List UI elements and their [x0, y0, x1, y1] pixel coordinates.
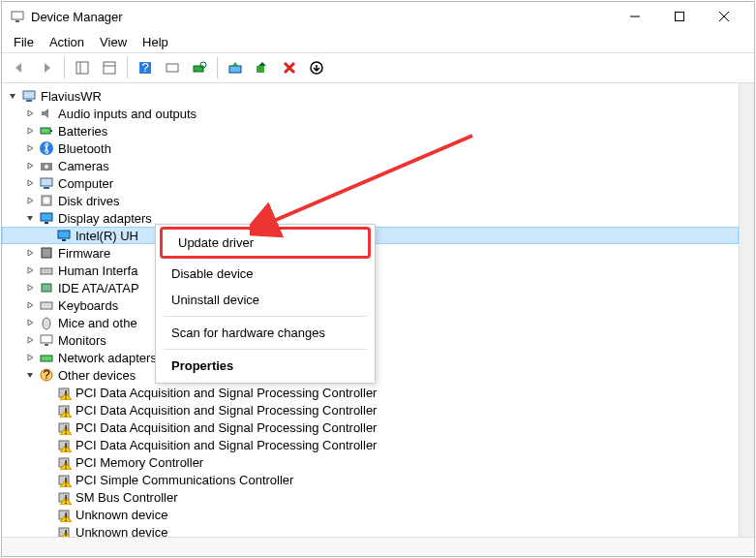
menu-action[interactable]: Action	[44, 33, 90, 51]
svg-rect-29	[41, 213, 52, 221]
menu-uninstall-device[interactable]: Uninstall device	[156, 287, 375, 313]
chevron-right-icon[interactable]	[23, 298, 37, 312]
warn-icon: !	[56, 419, 72, 435]
close-button[interactable]	[702, 2, 746, 31]
scan-hardware-button[interactable]	[188, 56, 211, 79]
svg-text:!: !	[64, 527, 68, 537]
svg-text:!: !	[64, 457, 68, 470]
tree-device[interactable]: !PCI Data Acquisition and Signal Process…	[2, 401, 739, 418]
keyboard-icon	[39, 297, 54, 313]
tree-label: PCI Data Acquisition and Signal Processi…	[76, 386, 377, 400]
ide-icon	[39, 280, 54, 295]
warn-icon: !	[56, 524, 72, 537]
tree-label: IDE ATA/ATAP	[58, 281, 139, 295]
tree-label: Bluetooth	[58, 141, 111, 156]
chevron-right-icon[interactable]	[23, 264, 37, 277]
forward-button[interactable]	[35, 56, 58, 79]
svg-rect-38	[41, 335, 52, 343]
tree-device[interactable]: !Unknown device	[2, 506, 739, 523]
chevron-down-icon[interactable]	[23, 368, 37, 382]
svg-rect-19	[26, 100, 32, 102]
tree-category[interactable]: Computer	[2, 174, 739, 192]
chevron-down-icon[interactable]	[23, 211, 37, 225]
tree-category[interactable]: Bluetooth	[2, 140, 739, 157]
svg-rect-8	[104, 62, 115, 74]
tree-device[interactable]: !PCI Data Acquisition and Signal Process…	[2, 418, 739, 436]
svg-rect-6	[76, 62, 88, 74]
svg-rect-30	[45, 222, 48, 224]
show-hide-tree-button[interactable]	[71, 56, 94, 79]
tree-category[interactable]: Cameras	[2, 157, 739, 174]
chevron-right-icon[interactable]	[23, 316, 37, 329]
svg-rect-40	[41, 356, 52, 361]
svg-rect-13	[194, 66, 203, 72]
tree-device[interactable]: !PCI Data Acquisition and Signal Process…	[2, 436, 739, 453]
chevron-right-icon[interactable]	[23, 333, 37, 347]
tree-label: PCI Memory Controller	[76, 455, 203, 470]
tree-device[interactable]: !SM Bus Controller	[2, 488, 739, 506]
uninstall-button[interactable]	[251, 56, 274, 79]
properties-button[interactable]	[98, 56, 121, 79]
svg-text:!: !	[64, 405, 68, 418]
tree-label: Network adapters	[58, 351, 157, 365]
tree-category[interactable]: Audio inputs and outputs	[2, 105, 739, 122]
tree-device[interactable]: !PCI Data Acquisition and Signal Process…	[2, 384, 739, 401]
chevron-right-icon[interactable]	[23, 351, 37, 364]
battery-icon	[39, 123, 54, 139]
tree-category[interactable]: Batteries	[2, 122, 739, 140]
tree-root[interactable]: FlaviusWR	[2, 87, 739, 105]
computer-icon	[39, 175, 54, 191]
chevron-right-icon[interactable]	[23, 159, 37, 172]
warn-icon: !	[56, 472, 72, 487]
update-driver-button[interactable]	[224, 56, 247, 79]
chevron-right-icon[interactable]	[23, 281, 37, 294]
toolbar: ?	[2, 52, 754, 83]
disable-button[interactable]	[278, 56, 301, 79]
chevron-down-icon[interactable]	[6, 89, 19, 103]
menu-update-driver[interactable]: Update driver	[160, 227, 371, 259]
camera-icon	[39, 158, 54, 173]
chevron-right-icon[interactable]	[23, 124, 37, 138]
svg-text:!: !	[64, 492, 68, 505]
tree-device[interactable]: !PCI Memory Controller	[2, 453, 739, 471]
menu-view[interactable]: View	[94, 33, 133, 51]
warn-icon: !	[56, 489, 72, 505]
warn-icon: !	[56, 437, 72, 452]
svg-rect-25	[41, 178, 52, 186]
menu-file[interactable]: File	[8, 33, 40, 51]
enable-button[interactable]	[305, 56, 328, 79]
menu-help[interactable]: Help	[136, 33, 174, 51]
chevron-right-icon[interactable]	[23, 176, 37, 190]
monitor-icon	[39, 332, 54, 348]
chevron-right-icon[interactable]	[23, 141, 37, 155]
network-icon	[39, 350, 54, 365]
tree-label: PCI Data Acquisition and Signal Processi…	[76, 438, 377, 452]
svg-rect-12	[166, 64, 178, 72]
svg-rect-34	[41, 268, 52, 274]
toolbar-icon[interactable]	[161, 56, 184, 79]
bluetooth-icon	[39, 140, 54, 156]
minimize-button[interactable]	[613, 2, 657, 31]
firmware-icon	[39, 245, 54, 261]
tree-device[interactable]: !Unknown device	[2, 523, 739, 537]
chevron-right-icon[interactable]	[23, 194, 37, 207]
tree-category[interactable]: Disk drives	[2, 192, 739, 209]
menu-disable-device[interactable]: Disable device	[156, 261, 375, 287]
menu-scan-hardware[interactable]: Scan for hardware changes	[156, 320, 375, 346]
back-button[interactable]	[8, 56, 31, 79]
svg-rect-33	[42, 248, 51, 258]
tree-device[interactable]: !PCI Simple Communications Controller	[2, 471, 739, 488]
tree-label: Mice and othe	[58, 316, 137, 330]
audio-icon	[39, 106, 54, 121]
computer-icon	[21, 88, 37, 104]
maximize-button[interactable]	[657, 2, 702, 31]
svg-point-24	[45, 165, 48, 169]
vertical-scrollbar[interactable]	[739, 83, 754, 537]
menu-properties[interactable]: Properties	[156, 353, 375, 379]
chevron-right-icon[interactable]	[23, 107, 37, 120]
chevron-right-icon[interactable]	[23, 246, 37, 260]
help-button[interactable]: ?	[134, 56, 157, 79]
svg-text:!: !	[64, 388, 68, 400]
svg-text:!: !	[64, 422, 68, 435]
warn-icon: !	[56, 507, 72, 522]
